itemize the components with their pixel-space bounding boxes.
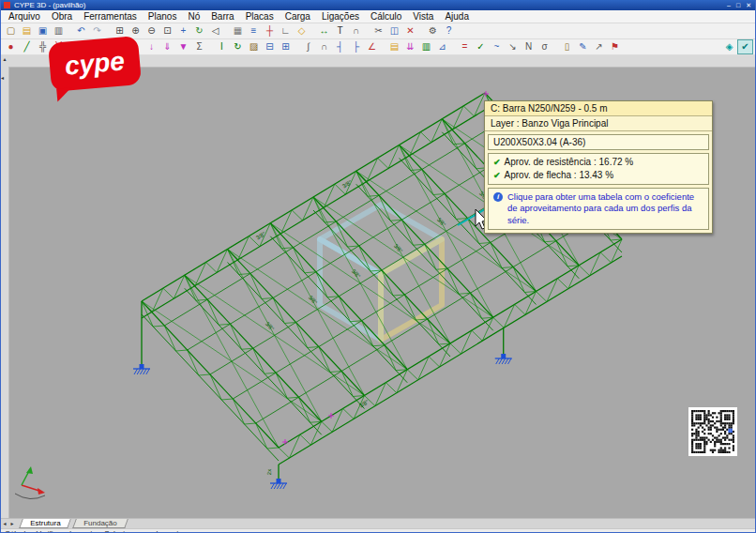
load-cases-icon[interactable]: Σ xyxy=(191,39,207,54)
menu-vista[interactable]: Vista xyxy=(407,10,439,23)
tab-prev-icon[interactable]: ◂ xyxy=(1,519,8,528)
ortho-icon[interactable]: ∟ xyxy=(278,23,294,38)
menu-barra[interactable]: Barra xyxy=(205,10,239,23)
profile-icon[interactable]: I xyxy=(214,39,230,54)
grid-icon[interactable]: ▦ xyxy=(230,23,246,38)
forces-icon[interactable]: N xyxy=(521,39,537,54)
node-new-icon[interactable]: ● xyxy=(3,39,19,54)
delete-icon[interactable]: ✕ xyxy=(402,23,418,38)
status-text: Cálculo - Verificar elementos. Selecione… xyxy=(5,529,185,533)
close-button[interactable]: ✕ xyxy=(746,0,751,10)
menu-obra[interactable]: Obra xyxy=(46,10,78,23)
approval-text: Aprov. de flecha : 13.43 % xyxy=(505,169,614,182)
title-bar: CYPE 3D - (pavilhão) – □ ✕ xyxy=(1,0,755,10)
cut-icon[interactable]: ✂ xyxy=(370,23,386,38)
view-axes-icon[interactable]: ⊿ xyxy=(434,39,450,54)
measure-icon[interactable]: ∩ xyxy=(348,23,364,38)
check-icon: ✔ xyxy=(493,169,501,182)
ungroup-icon[interactable]: ⊞ xyxy=(278,39,294,54)
menu-ferramentas[interactable]: Ferramentas xyxy=(78,10,143,23)
maximize-button[interactable]: □ xyxy=(736,0,740,10)
redo-icon[interactable]: ↷ xyxy=(89,23,105,38)
member-label: 3/8" xyxy=(341,179,353,190)
zoom-out-icon[interactable]: ⊖ xyxy=(144,23,159,38)
stresses-icon[interactable]: σ xyxy=(537,39,552,54)
layer-icon[interactable]: ▤ xyxy=(386,39,402,54)
new-icon[interactable]: ▢ xyxy=(3,23,19,38)
pan-icon[interactable]: + xyxy=(175,23,191,38)
zoom-in-icon[interactable]: ⊕ xyxy=(128,23,144,38)
dimension-icon[interactable]: ↔ xyxy=(316,23,332,38)
planes-icon[interactable]: ≡ xyxy=(246,23,262,38)
deflection-icon[interactable]: ∩ xyxy=(316,39,332,54)
tab-estrutura[interactable]: Estrutura xyxy=(19,519,71,528)
point-load-icon[interactable]: ↓ xyxy=(144,39,159,54)
3d-view-icon[interactable]: ◈ xyxy=(721,39,737,54)
undo-icon[interactable]: ↶ xyxy=(73,23,89,38)
help-icon[interactable]: ? xyxy=(441,23,457,38)
export-icon[interactable]: ↗ xyxy=(591,39,607,54)
check-elements-icon[interactable]: ✔ xyxy=(737,39,753,54)
check-bars-icon[interactable]: ✓ xyxy=(473,39,489,54)
canvas-overlays xyxy=(15,209,737,499)
member-label: 3/8" xyxy=(308,295,319,306)
menu-ligacoes[interactable]: Ligações xyxy=(316,10,365,23)
save-icon[interactable]: ▣ xyxy=(35,23,51,38)
view-tabs: EstruturaFundação xyxy=(16,519,127,528)
member-label: 3/8" xyxy=(393,243,404,254)
reference-icon[interactable]: ┼ xyxy=(262,23,278,38)
menu-arquivo[interactable]: Arquivo xyxy=(3,10,46,23)
flag-icon[interactable]: ⚑ xyxy=(607,39,623,54)
info-icon: i xyxy=(493,192,503,202)
release-icon[interactable]: ├ xyxy=(348,39,364,54)
member-label: 3/8" xyxy=(436,217,447,228)
report-icon[interactable]: ▯ xyxy=(559,39,575,54)
tooltip-profile: U200X50X3.04 (A-36) xyxy=(488,134,709,150)
displacements-icon[interactable]: ↘ xyxy=(505,39,521,54)
minimize-button[interactable]: – xyxy=(727,0,731,10)
scroll-up-icon[interactable]: ▴ xyxy=(1,55,8,63)
linear-load-icon[interactable]: ⇓ xyxy=(159,39,175,54)
view-profiles-icon[interactable]: ▥ xyxy=(418,39,434,54)
member-label: 3/8" xyxy=(265,321,276,332)
menu-carga[interactable]: Carga xyxy=(280,10,316,23)
check-icon: ✔ xyxy=(493,156,501,169)
tab-fundacao[interactable]: Fundação xyxy=(73,519,129,528)
open-icon[interactable]: ▤ xyxy=(19,23,35,38)
axes-icon[interactable]: ∠ xyxy=(364,39,380,54)
fixity-icon[interactable]: ┤ xyxy=(332,39,348,54)
group-icon[interactable]: ⊟ xyxy=(262,39,278,54)
member-label: 3/8" xyxy=(255,231,266,241)
member-labels: 3/8" 3/8" 3/8" 3/8" 3/8" 3/8" 3/8" 3/8" … xyxy=(255,179,489,475)
tooltip-info-text: Clique para obter uma tabela com o coefi… xyxy=(507,191,703,226)
buckling-icon[interactable]: ∫ xyxy=(300,39,316,54)
approval-row: ✔ Aprov. de flecha : 13.43 % xyxy=(493,169,703,182)
element-tooltip: C: Barra N250/N259 - 0.5 m Layer : Banzo… xyxy=(484,100,713,234)
menu-ajuda[interactable]: Ajuda xyxy=(439,10,475,23)
previous-view-icon[interactable]: ◁ xyxy=(207,23,223,38)
material-icon[interactable]: ▨ xyxy=(246,39,262,54)
envelopes-icon[interactable]: ~ xyxy=(489,39,505,54)
profile-rotate-icon[interactable]: ↻ xyxy=(230,39,246,54)
menu-calculo[interactable]: Cálculo xyxy=(365,10,407,23)
view-loads-icon[interactable]: ⇊ xyxy=(402,39,418,54)
drawings-icon[interactable]: ✎ xyxy=(575,39,591,54)
approval-row: ✔ Aprov. de resistência : 16.72 % xyxy=(493,156,703,169)
surface-load-icon[interactable]: ▼ xyxy=(175,39,191,54)
redraw-icon[interactable]: ↻ xyxy=(191,23,207,38)
tooltip-info[interactable]: i Clique para obter uma tabela com o coe… xyxy=(488,188,709,230)
tab-next-icon[interactable]: ▸ xyxy=(8,519,16,528)
calculate-icon[interactable]: = xyxy=(457,39,473,54)
settings-icon[interactable]: ⚙ xyxy=(425,23,441,38)
scroll-left-icon[interactable]: ◂ xyxy=(1,75,4,81)
tooltip-layer: Layer : Banzo Viga Principal xyxy=(485,116,712,131)
copy-icon[interactable]: ◫ xyxy=(386,23,402,38)
text-icon[interactable]: T xyxy=(332,23,348,38)
print-icon[interactable]: ▥ xyxy=(51,23,67,38)
menu-planos[interactable]: Planos xyxy=(143,10,183,23)
zoom-extents-icon[interactable]: ⊡ xyxy=(159,23,175,38)
menu-placas[interactable]: Placas xyxy=(240,10,280,23)
snap-icon[interactable]: ◇ xyxy=(294,23,310,38)
bar-new-icon[interactable]: ╱ xyxy=(19,39,35,54)
menu-no[interactable]: Nó xyxy=(182,10,205,23)
